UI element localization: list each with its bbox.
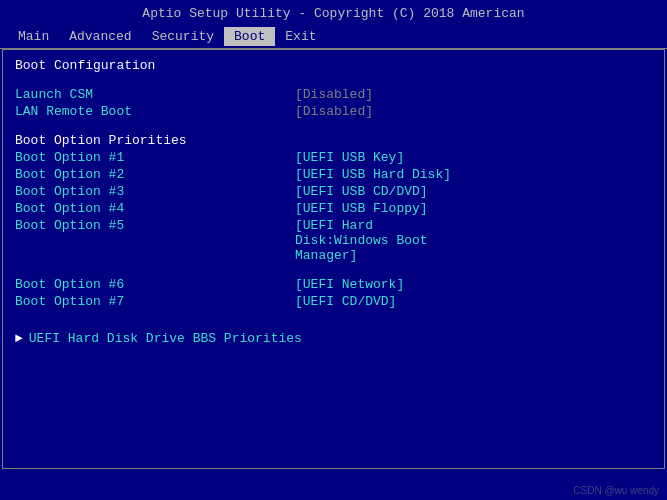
- boot-opt-4-value: [UEFI USB Floppy]: [295, 201, 451, 216]
- launch-csm-row: Launch CSM [Disabled]: [15, 87, 652, 102]
- boot-priorities-title: Boot Option Priorities: [15, 133, 652, 148]
- boot-opt-7-value: [UEFI CD/DVD]: [295, 294, 404, 309]
- watermark: CSDN @wu wendy: [573, 485, 659, 496]
- boot-opt-4-label: Boot Option #4: [15, 201, 295, 216]
- nav-boot[interactable]: Boot: [224, 27, 275, 46]
- launch-csm-label: Launch CSM: [15, 87, 295, 102]
- title-bar: Aptio Setup Utility - Copyright (C) 2018…: [0, 0, 667, 25]
- boot-opt-5-value: [UEFI HardDisk:Windows BootManager]: [295, 218, 451, 263]
- boot-opt-6-label: Boot Option #6: [15, 277, 295, 292]
- nav-main[interactable]: Main: [8, 27, 59, 46]
- launch-csm-value: [Disabled]: [295, 87, 373, 102]
- boot-opt-2-label: Boot Option #2: [15, 167, 295, 182]
- boot-opt-7-label: Boot Option #7: [15, 294, 295, 309]
- lan-remote-value: [Disabled]: [295, 104, 373, 119]
- nav-exit[interactable]: Exit: [275, 27, 326, 46]
- uefi-hdd-label: UEFI Hard Disk Drive BBS Priorities: [29, 331, 302, 346]
- boot-opt-3-label: Boot Option #3: [15, 184, 295, 199]
- lan-remote-boot-row: LAN Remote Boot [Disabled]: [15, 104, 652, 119]
- title-text: Aptio Setup Utility - Copyright (C) 2018…: [142, 6, 524, 21]
- boot-opt-5-label: Boot Option #5: [15, 218, 295, 233]
- arrow-icon: ►: [15, 331, 23, 346]
- boot-opt-1-value: [UEFI USB Key]: [295, 150, 451, 165]
- boot-opt-1-label: Boot Option #1: [15, 150, 295, 165]
- lan-remote-label: LAN Remote Boot: [15, 104, 295, 119]
- boot-opt-2-value: [UEFI USB Hard Disk]: [295, 167, 451, 182]
- nav-security[interactable]: Security: [142, 27, 224, 46]
- nav-advanced[interactable]: Advanced: [59, 27, 141, 46]
- nav-bar: Main Advanced Security Boot Exit: [0, 25, 667, 49]
- section-title: Boot Configuration: [15, 58, 652, 73]
- boot-opt-3-value: [UEFI USB CD/DVD]: [295, 184, 451, 199]
- uefi-hdd-link-row[interactable]: ► UEFI Hard Disk Drive BBS Priorities: [15, 331, 652, 346]
- boot-opt-6-value: [UEFI Network]: [295, 277, 404, 292]
